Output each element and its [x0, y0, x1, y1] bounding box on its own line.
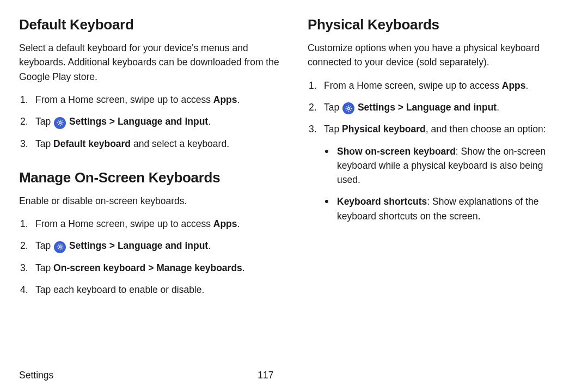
page-footer: Settings 117	[19, 366, 569, 381]
footer-section-label: Settings	[19, 370, 53, 381]
intro-default-keyboard: Select a default keyboard for your devic…	[19, 41, 280, 84]
step-item: Tap each keyboard to enable or disable.	[19, 283, 280, 297]
step-post: .	[208, 116, 211, 127]
step-bold: Settings > Language and input	[355, 102, 497, 113]
step-bold: Apps	[213, 218, 237, 229]
step-text: Tap	[324, 124, 342, 134]
heading-default-keyboard: Default Keyboard	[19, 16, 280, 33]
left-column: Default Keyboard Select a default keyboa…	[19, 16, 280, 366]
settings-icon	[342, 102, 354, 114]
step-text: Tap	[35, 240, 53, 251]
step-text: Tap	[35, 138, 53, 149]
right-column: Physical Keyboards Customize options whe…	[308, 16, 569, 366]
step-post: and select a keyboard.	[131, 138, 229, 149]
step-item: Tap Settings > Language and input.	[19, 114, 280, 129]
step-item: Tap Default keyboard and select a keyboa…	[19, 137, 280, 151]
step-text: From a Home screen, swipe up to access	[324, 80, 502, 91]
step-bold: On-screen keyboard > Manage keyboards	[53, 262, 242, 273]
intro-manage-onscreen: Enable or disable on-screen keyboards.	[19, 194, 280, 208]
svg-point-0	[59, 122, 61, 124]
step-item: Tap Settings > Language and input.	[308, 100, 569, 115]
step-text: From a Home screen, swipe up to access	[35, 218, 213, 229]
step-bold: Physical keyboard	[342, 124, 426, 134]
step-text: Tap	[35, 262, 53, 273]
step-bold: Apps	[213, 94, 237, 105]
step-text: Tap	[324, 102, 342, 113]
heading-physical-keyboards: Physical Keyboards	[308, 16, 569, 33]
step-post: .	[237, 218, 240, 229]
step-bold: Apps	[502, 80, 526, 91]
footer-page-number: 117	[258, 370, 273, 381]
step-post: .	[526, 80, 529, 91]
step-post: , and then choose an option:	[426, 124, 546, 134]
steps-manage-onscreen: From a Home screen, swipe up to access A…	[19, 217, 280, 297]
step-post: .	[208, 240, 211, 251]
step-text: Tap each keyboard to enable or disable.	[35, 284, 204, 295]
steps-default-keyboard: From a Home screen, swipe up to access A…	[19, 93, 280, 151]
sub-bold: Keyboard shortcuts	[337, 196, 427, 207]
sub-options: Show on-screen keyboard: Show the on-scr…	[324, 144, 569, 223]
svg-point-2	[347, 107, 350, 109]
step-item: From a Home screen, swipe up to access A…	[19, 217, 280, 231]
steps-physical-keyboards: From a Home screen, swipe up to access A…	[308, 78, 569, 223]
heading-manage-onscreen: Manage On-Screen Keyboards	[19, 169, 280, 186]
section-manage-onscreen: Manage On-Screen Keyboards Enable or dis…	[19, 169, 280, 297]
page-content: Default Keyboard Select a default keyboa…	[19, 16, 569, 366]
step-text: Tap	[35, 116, 53, 127]
sub-item: Show on-screen keyboard: Show the on-scr…	[324, 144, 569, 187]
sub-bold: Show on-screen keyboard	[337, 146, 456, 157]
step-post: .	[497, 102, 499, 113]
step-item: Tap Physical keyboard, and then choose a…	[308, 122, 569, 223]
intro-physical-keyboards: Customize options when you have a physic…	[308, 41, 569, 70]
step-post: .	[242, 262, 245, 273]
step-bold: Default keyboard	[53, 138, 131, 149]
svg-point-1	[59, 246, 61, 248]
step-bold: Settings > Language and input	[66, 240, 208, 251]
settings-icon	[54, 241, 66, 253]
step-item: Tap Settings > Language and input.	[19, 238, 280, 253]
sub-item: Keyboard shortcuts: Show explanations of…	[324, 194, 569, 223]
section-default-keyboard: Default Keyboard Select a default keyboa…	[19, 16, 280, 151]
step-item: From a Home screen, swipe up to access A…	[308, 78, 569, 93]
section-physical-keyboards: Physical Keyboards Customize options whe…	[308, 16, 569, 223]
step-item: Tap On-screen keyboard > Manage keyboard…	[19, 261, 280, 275]
step-item: From a Home screen, swipe up to access A…	[19, 93, 280, 107]
step-post: .	[237, 94, 240, 105]
settings-icon	[54, 117, 66, 129]
step-bold: Settings > Language and input	[66, 116, 208, 127]
step-text: From a Home screen, swipe up to access	[35, 94, 213, 105]
